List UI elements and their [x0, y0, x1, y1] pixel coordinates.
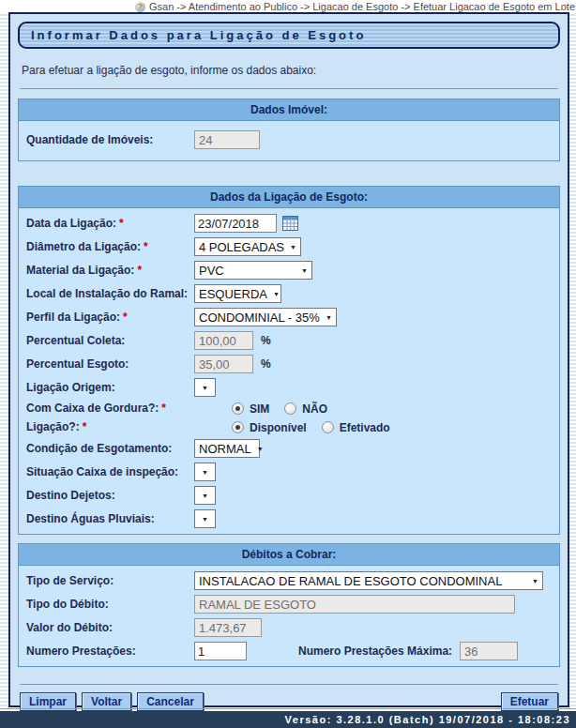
- required-mark: *: [123, 311, 128, 324]
- radio-sim-label[interactable]: SIM: [250, 402, 269, 416]
- divider: [20, 684, 558, 685]
- situacao-caixa-label: Situação Caixa de inspeção:: [23, 465, 194, 479]
- num-prestacoes-max-label: Numero Prestações Máxima:: [298, 645, 452, 658]
- ligacao-origem-label: Ligação Origem:: [23, 381, 194, 395]
- perfil-select[interactable]: CONDOMINIAL - 35%: [194, 308, 337, 326]
- right-edge-decoration: [569, 12, 576, 707]
- required-mark: *: [144, 240, 148, 253]
- section-dados-imovel: Dados Imóvel: Quantidade de Imóveis: 24: [18, 99, 560, 161]
- ligacao-status-label: Ligação?:*: [23, 420, 194, 434]
- valor-debito-field: 1.473,67: [194, 618, 262, 637]
- diametro-label: Diâmetro da Ligação:*: [23, 240, 194, 254]
- section-dados-ligacao: Dados da Ligação de Esgoto: Data da Liga…: [18, 186, 560, 535]
- form-panel: Informar Dados para Ligação de Esgoto Pa…: [8, 12, 569, 707]
- breadcrumb: ? Gsan -> Atendimento ao Publico -> Liga…: [0, 0, 576, 12]
- quantidade-imoveis-field: 24: [194, 130, 260, 149]
- data-ligacao-label: Data da Ligação:*: [23, 217, 194, 231]
- version-text: Versão: 3.28.1.0 (Batch) 19/07/2018 - 18…: [285, 714, 570, 725]
- perfil-label: Perfil da Ligação:*: [23, 311, 194, 325]
- data-ligacao-input[interactable]: [194, 214, 277, 233]
- percent-sign: %: [261, 357, 271, 371]
- num-prestacoes-max-field: 36: [460, 642, 518, 660]
- destino-dejetos-select[interactable]: [194, 486, 216, 505]
- destino-aguas-label: Destino Águas Pluviais:: [23, 512, 194, 526]
- percentual-esgoto-label: Percentual Esgoto:: [23, 357, 194, 372]
- tipo-debito-label: Tipo do Débito:: [23, 598, 194, 612]
- calendar-icon[interactable]: [282, 216, 298, 231]
- condicao-esgotamento-select[interactable]: NORMAL: [194, 439, 260, 458]
- percentual-coleta-label: Percentual Coleta:: [23, 334, 194, 348]
- percent-sign: %: [261, 334, 271, 347]
- percentual-esgoto-field: 35,00: [194, 355, 253, 373]
- radio-efetivado-label[interactable]: Efetivado: [340, 421, 390, 434]
- breadcrumb-text[interactable]: Gsan -> Atendimento ao Publico -> Ligaca…: [149, 1, 575, 12]
- destino-dejetos-label: Destino Dejetos:: [23, 489, 194, 503]
- tipo-servico-select[interactable]: INSTALACAO DE RAMAL DE ESGOTO CONDOMINAL: [194, 571, 543, 590]
- ligacao-origem-select[interactable]: [194, 378, 216, 397]
- section-debitos: Débitos a Cobrar: Tipo de Serviço: INSTA…: [18, 543, 560, 667]
- local-ramal-label: Local de Instalação do Ramal:: [23, 287, 194, 301]
- required-mark: *: [137, 264, 142, 277]
- required-mark: *: [83, 420, 87, 433]
- help-icon[interactable]: ?: [135, 2, 145, 12]
- left-edge-decoration: [0, 12, 8, 707]
- divider: [20, 88, 558, 89]
- radio-efetivado[interactable]: [322, 421, 334, 433]
- required-mark: *: [161, 402, 166, 415]
- page-frame: Informar Dados para Ligação de Esgoto Pa…: [0, 12, 576, 707]
- num-prestacoes-label: Numero Prestações:: [23, 645, 194, 659]
- material-label: Material da Ligação:*: [23, 264, 194, 278]
- required-mark: *: [119, 217, 124, 230]
- radio-sim[interactable]: [232, 402, 244, 415]
- destino-aguas-select[interactable]: [194, 509, 216, 528]
- caixa-gordura-radio-group: SIM NÃO: [232, 402, 337, 416]
- material-select[interactable]: PVC: [194, 261, 312, 280]
- situacao-caixa-select[interactable]: [194, 463, 216, 481]
- footer-divider: [0, 708, 576, 709]
- percentual-coleta-field: 100,00: [194, 331, 253, 350]
- quantidade-imoveis-label: Quantidade de Imóveis:: [23, 133, 194, 147]
- section-title-dados-ligacao: Dados da Ligação de Esgoto:: [19, 187, 559, 208]
- radio-disponivel-label[interactable]: Disponível: [250, 421, 307, 434]
- section-title-debitos: Débitos a Cobrar:: [19, 544, 559, 566]
- radio-nao[interactable]: [284, 402, 296, 415]
- radio-nao-label[interactable]: NÃO: [302, 402, 327, 416]
- num-prestacoes-input[interactable]: [194, 642, 247, 660]
- radio-disponivel[interactable]: [232, 421, 244, 433]
- tipo-servico-label: Tipo de Serviço:: [23, 574, 194, 588]
- version-bar: Versão: 3.28.1.0 (Batch) 19/07/2018 - 18…: [0, 711, 576, 728]
- caixa-gordura-label: Com Caixa de Gordura?:*: [23, 402, 194, 416]
- diametro-select[interactable]: 4 POLEGADAS: [194, 237, 301, 256]
- local-ramal-select[interactable]: ESQUERDA: [194, 284, 281, 303]
- tipo-debito-field: RAMAL DE ESGOTO: [194, 595, 515, 614]
- page-title: Informar Dados para Ligação de Esgoto: [18, 22, 560, 49]
- condicao-esgotamento-label: Condição de Esgotamento:: [23, 442, 194, 456]
- section-title-dados-imovel: Dados Imóvel:: [19, 99, 559, 121]
- ligacao-status-radio-group: Disponível Efetivado: [232, 421, 400, 434]
- valor-debito-label: Valor do Débito:: [23, 621, 194, 635]
- instruction-text: Para efetuar a ligação de esgoto, inform…: [22, 64, 558, 77]
